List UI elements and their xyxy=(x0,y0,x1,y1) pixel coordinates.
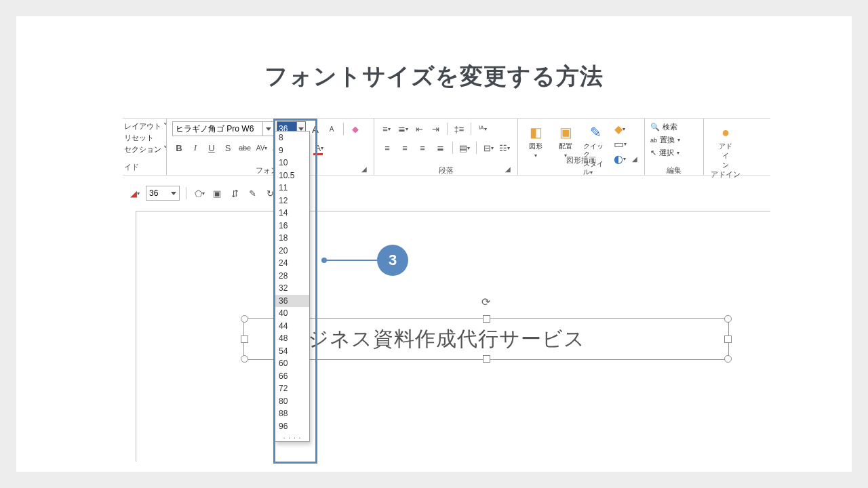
font-size-option[interactable]: 12 xyxy=(275,195,309,207)
qat-arrange-icon[interactable]: ▣ xyxy=(210,186,224,200)
font-size-option[interactable]: 10.5 xyxy=(275,169,309,182)
font-size-option[interactable]: 44 xyxy=(275,320,309,333)
text-direction-button[interactable]: ᴵᴬ▾ xyxy=(476,122,490,136)
font-size-option[interactable]: 24 xyxy=(275,257,309,270)
font-color-indicator[interactable]: ◢▾ xyxy=(128,186,142,200)
decrease-indent-button[interactable]: ⇤ xyxy=(412,122,426,136)
font-size-option[interactable]: 72 xyxy=(275,382,309,395)
text-content: ジネス資料作成代行サービス xyxy=(308,325,585,353)
cursor-icon: ↖ xyxy=(650,148,656,157)
step-annotation: 3 xyxy=(323,245,408,276)
find-button[interactable]: 🔍検索 xyxy=(650,121,698,133)
font-family-combo[interactable]: ヒラギノ角ゴ Pro W6 xyxy=(172,121,274,136)
font-size-option[interactable]: 9 xyxy=(275,144,309,157)
resize-handle[interactable] xyxy=(483,315,490,323)
shapes-icon: ◧ xyxy=(530,123,542,141)
font-size-option[interactable]: 8 xyxy=(275,131,309,144)
font-size-option[interactable]: 16 xyxy=(275,220,309,232)
font-size-option[interactable]: 28 xyxy=(275,270,309,283)
font-size-option[interactable]: 88 xyxy=(275,407,309,420)
resize-handle[interactable] xyxy=(724,315,732,323)
columns-button[interactable]: ▤▾ xyxy=(458,141,471,155)
font-size-option[interactable]: 48 xyxy=(275,332,309,345)
increase-font-size-button[interactable]: A xyxy=(309,122,322,136)
font-size-option[interactable]: 10 xyxy=(275,157,309,169)
font-family-dropdown-button[interactable] xyxy=(262,122,273,136)
qat-bucket-icon[interactable]: ⬠▾ xyxy=(193,186,206,200)
font-size-option[interactable]: 40 xyxy=(275,307,309,320)
dialog-launcher-icon[interactable]: ◢ xyxy=(361,165,367,174)
separator xyxy=(343,123,344,135)
font-size-option[interactable]: 54 xyxy=(275,345,309,358)
align-right-button[interactable]: ≡ xyxy=(415,141,430,155)
bold-button[interactable]: B xyxy=(172,141,186,155)
resize-handle[interactable] xyxy=(724,336,732,343)
select-button[interactable]: ↖選択▾ xyxy=(650,147,698,159)
resize-handle[interactable] xyxy=(483,355,490,363)
underline-button[interactable]: U xyxy=(205,141,218,155)
separator xyxy=(452,142,453,154)
font-color-button[interactable]: A▾ xyxy=(313,141,326,155)
search-icon: 🔍 xyxy=(650,123,660,131)
addin-group: ● アド イ ン アドイン xyxy=(704,119,747,175)
resize-handle[interactable] xyxy=(241,336,248,343)
slide-canvas[interactable]: ジネス資料作成代行サービス ⟳ xyxy=(136,211,770,462)
align-left-button[interactable]: ≡ xyxy=(380,141,395,155)
clear-formatting-button[interactable]: ◆ xyxy=(349,122,362,136)
font-size-option[interactable]: 66 xyxy=(275,370,309,383)
increase-indent-button[interactable]: ⇥ xyxy=(429,122,442,136)
font-size-dropdown-list[interactable]: 891010.511121416182024283236404448546066… xyxy=(275,131,310,442)
qat-spacing-icon[interactable]: ⇵ xyxy=(228,186,241,200)
line-spacing-button[interactable]: ‡≡ xyxy=(452,122,466,136)
selected-text-box[interactable]: ジネス資料作成代行サービス ⟳ xyxy=(243,318,729,360)
rotate-handle-icon[interactable]: ⟳ xyxy=(481,296,491,308)
smartart-button[interactable]: ☷▾ xyxy=(498,141,511,155)
font-size-option[interactable]: 14 xyxy=(275,207,309,220)
align-text-button[interactable]: ⊟▾ xyxy=(481,141,495,155)
font-size-option[interactable]: 32 xyxy=(275,282,309,295)
shadow-button[interactable]: S xyxy=(221,141,235,155)
dialog-launcher-icon[interactable]: ◢ xyxy=(505,165,511,174)
reset-button[interactable]: リセット xyxy=(124,133,165,143)
font-size-option[interactable]: 20 xyxy=(275,245,309,258)
paintbrush-icon: ✎ xyxy=(590,123,601,141)
resize-handle[interactable] xyxy=(241,355,248,363)
resize-handle[interactable] xyxy=(724,355,732,363)
font-size-option[interactable]: 11 xyxy=(275,182,309,195)
qat-font-size-combo[interactable]: 36 xyxy=(146,186,180,201)
font-size-option[interactable]: 96 xyxy=(275,420,309,433)
shape-group-label: 図形描画 xyxy=(566,156,596,164)
font-group: ヒラギノ角ゴ Pro W6 36 A A ◆ B xyxy=(167,119,374,175)
edit-group-label: 編集 xyxy=(650,165,698,175)
font-size-option[interactable]: 36 xyxy=(275,295,309,308)
replace-button[interactable]: ab置換▾ xyxy=(650,134,698,146)
numbering-button[interactable]: ≣▾ xyxy=(396,122,410,136)
left-partial-group: レイアウト ˅ リセット セクション ˅ イド xyxy=(123,119,167,175)
addin-button[interactable]: ● アド イ ン xyxy=(709,123,742,169)
font-size-option[interactable]: 18 xyxy=(275,232,309,245)
italic-button[interactable]: I xyxy=(189,141,202,155)
font-size-option[interactable]: 80 xyxy=(275,395,309,408)
bullets-button[interactable]: ≡▾ xyxy=(380,122,393,136)
section-menu[interactable]: セクション ˅ xyxy=(124,144,165,155)
resize-handle[interactable] xyxy=(241,315,248,323)
caret-down-icon xyxy=(266,127,271,131)
page-title: フォントサイズを変更する方法 xyxy=(16,61,852,92)
align-center-button[interactable]: ≡ xyxy=(397,141,412,155)
strikethrough-button[interactable]: abc xyxy=(237,141,252,155)
caret-down-icon xyxy=(298,127,304,131)
decrease-font-size-button[interactable]: A xyxy=(325,122,338,136)
justify-button[interactable]: ≣ xyxy=(433,141,448,155)
char-spacing-button[interactable]: AV▾ xyxy=(255,141,269,155)
paragraph-group: ≡▾ ≣▾ ⇤ ⇥ ‡≡ ᴵᴬ▾ ≡ ≡ ≡ ≣ xyxy=(374,119,518,175)
font-family-value: ヒラギノ角ゴ Pro W6 xyxy=(176,123,254,135)
dialog-launcher-icon[interactable]: ◢ xyxy=(632,155,637,164)
shape-fill-button[interactable]: ◆▾ xyxy=(613,122,627,136)
qat-pen-icon[interactable]: ✎ xyxy=(245,186,259,200)
font-size-option[interactable]: 60 xyxy=(275,357,309,370)
arrange-button[interactable]: ▣ 配置 ▾ xyxy=(553,123,578,160)
quick-styles-button[interactable]: ✎ クイック スタイル▾ xyxy=(583,123,608,177)
layout-menu[interactable]: レイアウト ˅ xyxy=(124,121,165,131)
shapes-button[interactable]: ◧ 図形 ▾ xyxy=(524,123,548,160)
shape-outline-button[interactable]: ▭▾ xyxy=(613,137,627,150)
